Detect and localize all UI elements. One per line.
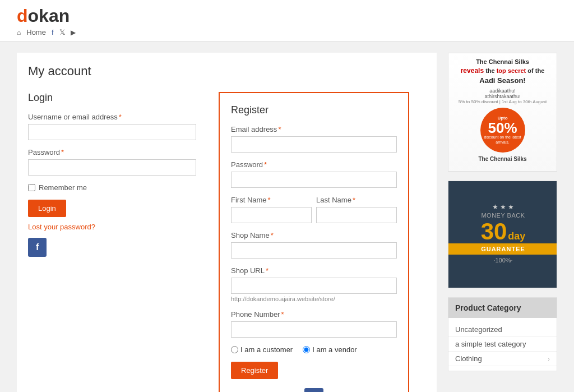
content-area: My account Login Username or email addre… <box>17 53 437 392</box>
facebook-nav-icon[interactable]: f <box>52 28 54 36</box>
remember-me-label: Remember me <box>39 183 87 192</box>
ad-headline3: the <box>485 67 497 74</box>
first-name-input[interactable] <box>231 207 312 223</box>
shop-name-input[interactable] <box>231 242 397 259</box>
shop-url-label: Shop URL* <box>231 266 397 275</box>
product-category-widget: Product Category Uncategorized a simple … <box>448 297 557 371</box>
role-radio-group: I am a customer I am a vendor <box>231 345 397 354</box>
category-link-simple-test[interactable]: a simple test category <box>455 340 526 348</box>
ad-headline6: Aadi Season! <box>479 76 525 85</box>
ad-headline2: reveals <box>461 67 484 75</box>
login-section: Login Username or email address* Passwor… <box>28 92 196 392</box>
email-group: Email address* <box>231 125 397 153</box>
home-icon: ⌂ <box>17 29 21 36</box>
ad-banner-top: The Chennai Silks reveals the top secret… <box>448 53 557 172</box>
day-word: day <box>508 230 525 242</box>
guarantee-stars: ★ ★ ★ <box>481 203 526 211</box>
customer-option[interactable]: I am a customer <box>231 345 293 354</box>
category-link-clothing[interactable]: Clothing <box>455 354 482 363</box>
header: dokan ⌂ Home f 𝕏 ▶ <box>0 0 574 41</box>
lost-password-link[interactable]: Lost your password? <box>28 223 196 231</box>
username-label: Username or email address* <box>28 113 196 121</box>
page-title: My account <box>28 64 425 79</box>
last-name-input[interactable] <box>316 207 397 223</box>
guarantee-percent: ·100%· <box>493 255 512 266</box>
shop-name-group: Shop Name* <box>231 231 397 259</box>
email-label: Email address* <box>231 125 397 133</box>
category-list: Uncategorized a simple test category Clo… <box>448 318 557 371</box>
sidebar: The Chennai Silks reveals the top secret… <box>448 53 557 392</box>
reg-password-label: Password* <box>231 160 397 169</box>
guarantee-label: GUARANTEE <box>448 243 557 255</box>
last-name-label: Last Name* <box>316 196 397 204</box>
register-section: Register Email address* Password* <box>219 92 409 392</box>
ad-headline4: top secret <box>497 67 526 74</box>
guarantee-banner: ★ ★ ★ MONEY BACK 30 day GUARANTEE ·100%· <box>448 181 557 288</box>
guarantee-inner: ★ ★ ★ MONEY BACK 30 day <box>481 203 526 243</box>
first-name-label: First Name* <box>231 196 312 204</box>
chevron-right-icon: › <box>548 356 550 362</box>
nav-bar: ⌂ Home f 𝕏 ▶ <box>17 28 557 36</box>
remember-me-checkbox[interactable] <box>28 184 35 191</box>
shop-url-hint: http://dokandemo.ajaira.website/store/ <box>231 296 397 302</box>
first-name-group: First Name* <box>231 196 312 223</box>
customer-label: I am a customer <box>240 345 293 354</box>
reg-password-group: Password* <box>231 160 397 188</box>
logo-d: d <box>17 6 28 26</box>
phone-input[interactable] <box>231 321 397 338</box>
login-password-label: Password* <box>28 148 196 156</box>
remember-me-row: Remember me <box>28 183 196 192</box>
ad-headline5: of the <box>527 67 544 74</box>
shop-name-label: Shop Name* <box>231 231 397 239</box>
login-password-required: * <box>61 148 64 156</box>
shop-url-group: Shop URL* http://dokandemo.ajaira.websit… <box>231 266 397 302</box>
reg-password-input[interactable] <box>231 172 397 188</box>
login-password-input[interactable] <box>28 159 196 176</box>
login-facebook-button[interactable]: f <box>28 238 47 257</box>
ad-brand: The Chennai Silks <box>478 156 526 162</box>
logo-rest: okan <box>28 6 70 26</box>
site-logo[interactable]: dokan <box>17 7 557 25</box>
name-fields-row: First Name* Last Name* <box>231 196 397 231</box>
username-group: Username or email address* <box>28 113 196 140</box>
shop-url-input[interactable] <box>231 278 397 294</box>
vendor-label: I am a vendor <box>312 345 357 354</box>
list-item[interactable]: Clothing › <box>448 352 557 366</box>
password-group: Password* <box>28 148 196 176</box>
customer-radio[interactable] <box>231 346 238 353</box>
login-title: Login <box>28 92 196 104</box>
widget-title: Product Category <box>448 298 557 318</box>
phone-label: Phone Number* <box>231 310 397 319</box>
register-facebook-button[interactable]: f <box>304 388 323 392</box>
ad-discount: 50% <box>488 121 517 135</box>
register-footer: f <box>231 388 397 392</box>
register-button[interactable]: Register <box>231 362 278 379</box>
username-required: * <box>119 113 122 121</box>
list-item[interactable]: a simple test category <box>448 337 557 352</box>
ad-headline1: The Chennai Silks <box>476 58 529 65</box>
register-title: Register <box>231 104 397 116</box>
username-input[interactable] <box>28 124 196 140</box>
last-name-group: Last Name* <box>316 196 397 223</box>
main-wrapper: My account Login Username or email addre… <box>0 41 574 392</box>
twitter-nav-icon[interactable]: 𝕏 <box>59 28 65 36</box>
ad-subtext2: athirshtakaathu! <box>459 94 547 99</box>
days-number: 30 <box>481 220 507 243</box>
category-link-uncategorized[interactable]: Uncategorized <box>455 325 502 334</box>
home-link[interactable]: Home <box>26 28 46 36</box>
list-item[interactable]: Uncategorized <box>448 322 557 337</box>
phone-group: Phone Number* <box>231 310 397 338</box>
vendor-option[interactable]: I am a vendor <box>303 345 357 354</box>
ad-subtext1: aadikaathu! <box>459 88 547 94</box>
two-column-layout: Login Username or email address* Passwor… <box>28 92 425 392</box>
email-input[interactable] <box>231 136 397 153</box>
vendor-radio[interactable] <box>303 346 310 353</box>
login-button[interactable]: Login <box>28 200 66 217</box>
youtube-nav-icon[interactable]: ▶ <box>71 29 76 36</box>
